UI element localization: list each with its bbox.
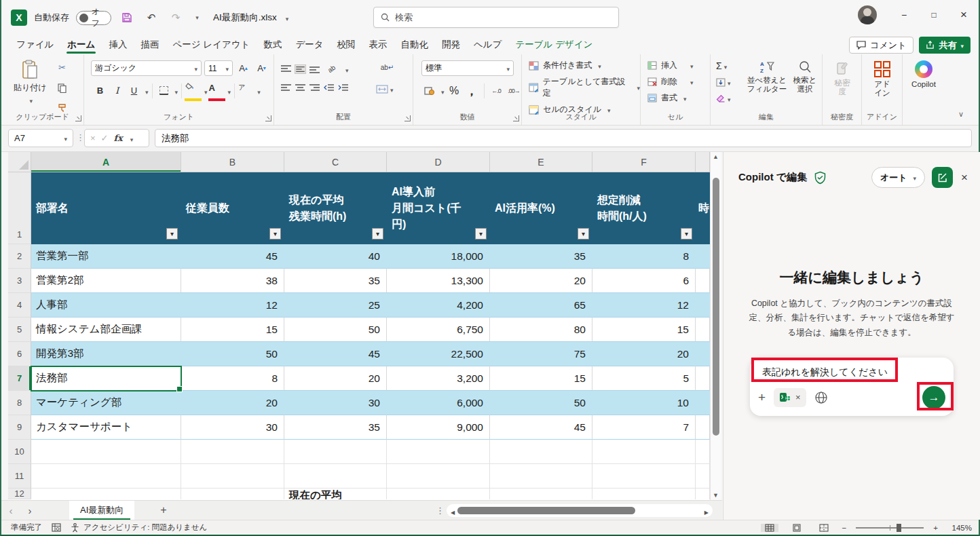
tab-home[interactable]: ホーム — [60, 35, 102, 54]
scroll-up-icon[interactable] — [711, 153, 721, 160]
confirm-entry-icon[interactable]: ✓ — [101, 133, 109, 143]
web-globe-icon[interactable] — [814, 391, 828, 404]
row-header[interactable]: 8 — [8, 391, 31, 415]
table-cell[interactable]: 12 — [592, 293, 696, 318]
header-cell-cost[interactable]: AI導入前 月間コスト(千 円) — [387, 172, 490, 244]
comments-button[interactable]: コメント — [849, 37, 913, 54]
delete-cells-button[interactable]: 削除 — [647, 76, 694, 88]
fill-color-icon[interactable] — [185, 83, 201, 98]
insert-cells-button[interactable]: 挿入 — [647, 60, 694, 71]
paste-button[interactable]: 貼り付け — [14, 60, 47, 105]
row-header[interactable]: 12 — [8, 489, 31, 499]
filter-button-icon[interactable] — [166, 228, 178, 240]
table-cell[interactable]: 18,000 — [387, 244, 490, 269]
vertical-scrollbar[interactable] — [710, 152, 721, 500]
underline-chevron-icon[interactable] — [143, 85, 149, 97]
tab-automate[interactable]: 自動化 — [394, 35, 436, 54]
empty-cell[interactable] — [490, 440, 592, 464]
phonetic-chevron-icon[interactable] — [255, 85, 261, 97]
empty-cell[interactable] — [696, 489, 710, 499]
column-header-d[interactable]: D — [387, 152, 490, 172]
table-cell[interactable]: 50 — [284, 318, 387, 342]
send-button[interactable] — [922, 386, 945, 409]
table-cell[interactable]: 5 — [592, 366, 696, 391]
header-cell-employees[interactable]: 従業員数 — [181, 172, 284, 244]
table-cell[interactable]: 4,200 — [387, 293, 490, 318]
table-cell[interactable]: 35 — [490, 244, 592, 269]
insert-function-icon[interactable]: fx — [114, 133, 123, 143]
fill-button[interactable] — [716, 76, 731, 88]
table-cell[interactable]: 7 — [592, 415, 696, 440]
filter-button-icon[interactable] — [372, 228, 383, 240]
conditional-formatting-button[interactable]: 条件付き書式 — [529, 60, 640, 71]
empty-cell[interactable] — [490, 489, 592, 499]
row-header-selected[interactable]: 7 — [8, 366, 31, 391]
table-cell-partial[interactable] — [696, 391, 710, 415]
name-box[interactable]: A7 — [8, 129, 73, 147]
tab-formulas[interactable]: 数式 — [257, 35, 288, 54]
font-color-chevron-icon[interactable] — [226, 85, 231, 97]
scroll-right-icon[interactable] — [704, 505, 709, 517]
zoom-level[interactable]: 145% — [947, 524, 972, 532]
row-header[interactable]: 5 — [8, 318, 31, 342]
underline-button[interactable]: U — [126, 83, 142, 98]
add-attachment-icon[interactable] — [758, 390, 766, 405]
find-select-button[interactable]: 検索と 選択 — [789, 60, 821, 94]
table-cell[interactable]: 人事部 — [31, 293, 181, 318]
align-center-icon[interactable] — [295, 84, 305, 92]
table-cell[interactable]: 15 — [181, 318, 284, 342]
fx-chevron-icon[interactable] — [128, 132, 134, 145]
italic-button[interactable]: I — [109, 83, 125, 98]
font-color-icon[interactable]: A — [209, 83, 225, 98]
align-right-icon[interactable] — [309, 84, 320, 92]
table-cell[interactable]: 開発第3部 — [31, 342, 181, 366]
row-header[interactable]: 4 — [8, 293, 31, 318]
empty-cell[interactable] — [31, 464, 181, 489]
sort-filter-button[interactable]: AZ 並べ替えと フィルター — [746, 60, 788, 94]
vertical-scrollbar-thumb[interactable] — [713, 178, 719, 436]
empty-cell[interactable] — [284, 464, 387, 489]
table-cell[interactable]: 3,200 — [387, 366, 490, 391]
filter-button-icon[interactable] — [475, 228, 487, 240]
file-name-chevron-icon[interactable] — [284, 12, 289, 24]
empty-cell[interactable] — [181, 489, 284, 499]
partial-text-cell[interactable]: 現在の平均 — [284, 489, 387, 499]
next-sheet-icon[interactable] — [20, 505, 39, 516]
tab-file[interactable]: ファイル — [10, 35, 60, 54]
comma-style-icon[interactable]: ， — [464, 83, 480, 98]
column-header-e[interactable]: E — [490, 152, 592, 172]
tab-view[interactable]: 表示 — [362, 35, 394, 54]
tab-insert[interactable]: 挿入 — [102, 35, 134, 54]
alignment-dialog-launcher-icon[interactable] — [404, 115, 411, 121]
empty-cell[interactable] — [592, 440, 696, 464]
row-header[interactable]: 11 — [8, 464, 31, 489]
decrease-decimal-icon[interactable] — [506, 83, 522, 98]
empty-cell[interactable] — [696, 440, 710, 464]
table-cell[interactable]: 22,500 — [387, 342, 490, 366]
orientation-chevron-icon[interactable] — [343, 63, 349, 75]
table-cell[interactable]: 10 — [592, 391, 696, 415]
zoom-in-icon[interactable] — [933, 524, 938, 532]
autosum-button[interactable]: Σ — [716, 60, 731, 72]
tab-page-layout[interactable]: ページ レイアウト — [166, 35, 257, 54]
decrease-indent-icon[interactable] — [324, 84, 334, 92]
empty-cell[interactable] — [387, 440, 490, 464]
new-edit-button[interactable] — [932, 167, 953, 188]
table-cell[interactable]: 9,000 — [387, 415, 490, 440]
table-cell[interactable]: 20 — [284, 366, 387, 391]
workbook-context-chip[interactable] — [774, 388, 806, 407]
header-cell-dept[interactable]: 部署名 — [31, 172, 181, 244]
zoom-slider[interactable] — [856, 527, 924, 529]
save-icon[interactable] — [118, 9, 136, 26]
filter-button-icon[interactable] — [681, 228, 692, 240]
copilot-prompt-card[interactable]: 表記ゆれを解決してください — [750, 358, 954, 416]
increase-font-icon[interactable]: A — [235, 60, 251, 76]
excel-app-icon[interactable]: X — [11, 9, 27, 26]
number-format-combo[interactable]: 標準 — [421, 60, 514, 76]
table-cell[interactable]: 15 — [490, 366, 592, 391]
horizontal-scrollbar-thumb[interactable] — [457, 507, 635, 514]
row-header[interactable]: 10 — [8, 440, 31, 464]
zoom-out-icon[interactable] — [842, 524, 847, 532]
orientation-icon[interactable] — [324, 61, 339, 77]
clipboard-dialog-launcher-icon[interactable] — [75, 115, 81, 121]
